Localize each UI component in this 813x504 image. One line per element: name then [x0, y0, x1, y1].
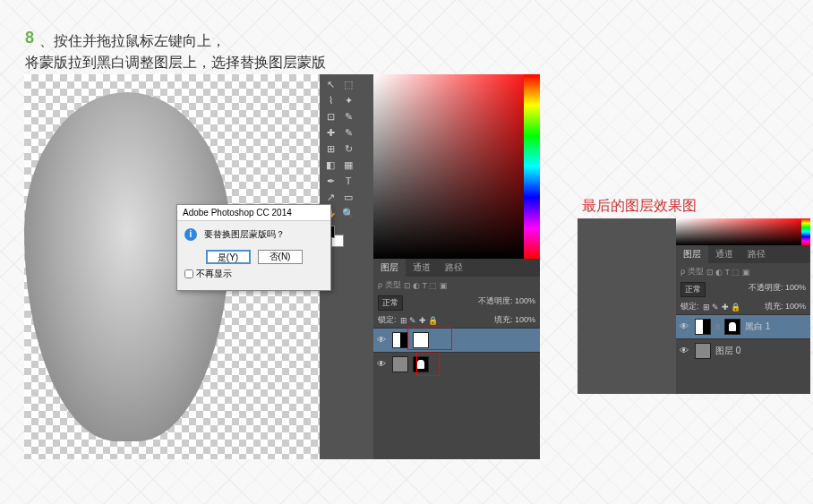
main-screenshot: Adobe Photoshop CC 2014 i 要替换图层蒙版吗？ 是(Y)…: [24, 74, 540, 459]
eyedropper-tool-icon[interactable]: ✎: [340, 109, 356, 124]
opacity-value[interactable]: 100%: [515, 296, 535, 305]
heal-tool-icon[interactable]: ✚: [322, 125, 338, 140]
result-layer-bw[interactable]: 👁 8 黑白 1: [676, 314, 810, 338]
photoshop-panels: ↖⬚ ⌇✦ ⊡✎ ✚✎ ⊞↻ ◧▦ ✒T ↗▭ ✋🔍 图层 通道: [320, 74, 540, 459]
path-tool-icon[interactable]: ↗: [322, 190, 338, 204]
visibility-icon[interactable]: 👁: [377, 359, 388, 370]
shape-tool-icon[interactable]: ▭: [340, 190, 356, 204]
layer-thumb[interactable]: [392, 356, 408, 372]
layer-name-bg: 图层 0: [715, 345, 740, 357]
brush-tool-icon[interactable]: ✎: [340, 125, 356, 140]
step-number: 8: [25, 29, 34, 47]
fill-value[interactable]: 100%: [515, 315, 535, 324]
visibility-icon[interactable]: 👁: [377, 335, 388, 346]
tab-paths[interactable]: 路径: [740, 245, 773, 263]
highlight-box-2: [416, 353, 440, 376]
crop-tool-icon[interactable]: ⊡: [322, 109, 338, 124]
pen-tool-icon[interactable]: ✒: [322, 174, 338, 188]
result-screenshot: 图层 通道 路径 ρ 类型 ⊡ ◐ T ⬚ ▣ 正常 不透明度: 100% 锁定…: [578, 218, 810, 394]
result-label: 最后的图层效果图: [582, 197, 697, 216]
tab-layers[interactable]: 图层: [373, 259, 406, 277]
dialog-message: 要替换图层蒙版吗？: [204, 228, 285, 241]
color-picker-panel[interactable]: [373, 74, 540, 259]
visibility-icon[interactable]: 👁: [680, 321, 690, 332]
layer-thumb[interactable]: [695, 343, 711, 359]
dont-show-input[interactable]: [184, 269, 193, 278]
result-sidebar: [578, 218, 676, 394]
lasso-tool-icon[interactable]: ⌇: [322, 93, 338, 107]
tab-channels[interactable]: 通道: [406, 259, 438, 277]
layer-mask[interactable]: [724, 319, 740, 335]
visibility-icon[interactable]: 👁: [680, 346, 690, 356]
dont-show-checkbox[interactable]: 不再显示: [177, 268, 330, 280]
result-layer-bg[interactable]: 👁 图层 0: [676, 338, 810, 363]
yes-button[interactable]: 是(Y): [206, 250, 251, 264]
adjustment-thumb[interactable]: [695, 319, 711, 335]
tab-layers[interactable]: 图层: [676, 245, 708, 263]
result-color-picker: [676, 218, 810, 245]
tab-paths[interactable]: 路径: [438, 259, 470, 277]
dialog-title: Adobe Photoshop CC 2014: [177, 205, 330, 221]
instruction-line1: 、按住并拖拉鼠标左键向上，: [39, 29, 226, 55]
wand-tool-icon[interactable]: ✦: [340, 93, 356, 107]
gradient-tool-icon[interactable]: ▦: [340, 158, 356, 172]
instruction-line2: 将蒙版拉到黑白调整图层上，选择替换图层蒙版: [25, 54, 326, 73]
replace-mask-dialog: Adobe Photoshop CC 2014 i 要替换图层蒙版吗？ 是(Y)…: [176, 204, 331, 291]
layer-black-white[interactable]: 👁: [373, 328, 540, 352]
blend-mode-select[interactable]: 正常: [378, 295, 403, 311]
fill-label: 填充:: [494, 315, 513, 324]
move-tool-icon[interactable]: ↖: [322, 77, 338, 91]
info-icon: i: [184, 228, 197, 241]
zoom-tool-icon[interactable]: 🔍: [340, 206, 356, 220]
opacity-label: 不透明度:: [478, 296, 513, 305]
layer-name-bw: 黑白 1: [745, 320, 770, 333]
canvas-area[interactable]: Adobe Photoshop CC 2014 i 要替换图层蒙版吗？ 是(Y)…: [24, 74, 320, 459]
tab-channels[interactable]: 通道: [708, 245, 740, 263]
type-tool-icon[interactable]: T: [340, 174, 356, 188]
adjustment-thumb[interactable]: [392, 332, 408, 348]
stamp-tool-icon[interactable]: ⊞: [322, 141, 338, 156]
layers-panel: 图层 通道 路径 ρ 类型 ⊡ ◐ T ⬚ ▣ 正常 不透明度: 100% 锁定…: [373, 259, 540, 459]
dont-show-label: 不再显示: [196, 268, 232, 280]
hue-slider[interactable]: [524, 74, 540, 259]
layer-background[interactable]: 👁: [373, 352, 540, 376]
lock-label: 锁定:: [378, 314, 397, 326]
marquee-tool-icon[interactable]: ⬚: [340, 77, 356, 91]
history-brush-icon[interactable]: ↻: [340, 141, 356, 156]
no-button[interactable]: 否(N): [258, 250, 303, 264]
blend-mode-select[interactable]: 正常: [680, 282, 706, 297]
layer-filter-row: ρ 类型 ⊡ ◐ T ⬚ ▣: [373, 277, 540, 294]
eraser-tool-icon[interactable]: ◧: [322, 158, 338, 172]
highlight-box-1: [407, 327, 452, 350]
